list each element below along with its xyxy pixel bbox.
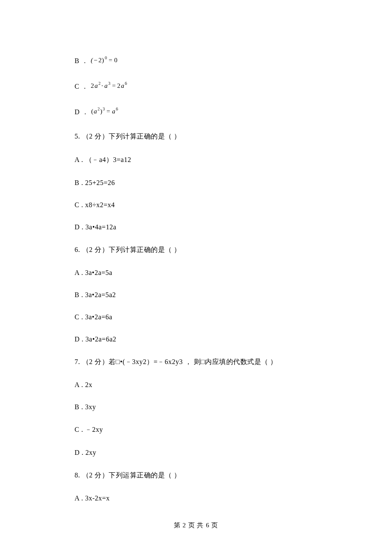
svg-text:=: = [107,108,110,115]
q7-option-d: D . 2xy [75,449,317,457]
q5-option-b: B . 25+25=26 [75,179,317,187]
svg-text:3: 3 [103,107,105,111]
option-b-prev: B ． ( − 2) 0 = 0 [75,55,317,66]
svg-text:=: = [109,57,112,64]
svg-text:(: ( [91,57,93,64]
expression-neg2-pow0: ( − 2) 0 = 0 [91,55,129,66]
q6-option-d: D . 3a•2a=6a2 [75,335,317,343]
q6-option-a: A . 3a•2a=5a [75,269,317,277]
q5-option-c: C . x8÷x2=x4 [75,201,317,209]
expression-a2-cubed: ( a 2 ) 3 = a 6 [91,107,134,118]
expression-2a2-a3: 2 a 2 · a 3 = 2 a 6 [91,81,142,92]
q7-option-b: B . 3xy [75,403,317,411]
svg-text:a: a [95,82,98,89]
svg-text:2: 2 [98,107,100,111]
svg-text:(: ( [91,108,94,115]
option-b-label: B ． [75,57,88,66]
svg-text:2: 2 [98,81,101,86]
svg-text:6: 6 [125,81,127,86]
option-d-prev: D ． ( a 2 ) 3 = a 6 [75,107,317,118]
q8-option-a: A . 3x-2x=x [75,494,317,502]
svg-text:=: = [112,82,116,89]
svg-text:0: 0 [114,57,118,64]
svg-text:6: 6 [116,107,118,111]
svg-text:): ) [100,108,103,115]
q6-stem: 6. （2 分）下列计算正确的是（ ） [75,246,317,254]
option-c-prev: C ． 2 a 2 · a 3 = 2 a 6 [75,81,317,92]
q5-option-a: A . （﹣a4）3=a12 [75,156,317,165]
option-d-label: D ． [75,108,89,117]
option-c-label: C ． [75,82,88,91]
q7-option-a: A . 2x [75,381,317,389]
svg-text:a: a [94,108,97,115]
svg-text:·: · [101,82,103,89]
q5-stem: 5. （2 分）下列计算正确的是（ ） [75,132,317,141]
page-footer: 第 2 页 共 6 页 [0,521,392,529]
svg-text:a: a [121,82,124,89]
svg-text:0: 0 [105,55,107,60]
q5-option-d: D . 3a•4a=12a [75,223,317,231]
svg-text:2): 2) [98,57,104,64]
svg-text:3: 3 [108,81,111,86]
page-content: B ． ( − 2) 0 = 0 C ． 2 a 2 · a 3 = 2 [0,0,392,502]
q8-stem: 8. （2 分）下列运算正确的是（ ） [75,471,317,480]
q7-stem: 7. （2 分）若□•(﹣3xy2）=﹣6x2y3 ， 则□内应填的代数式是（ … [75,358,317,367]
svg-text:−: − [94,57,98,64]
svg-text:2: 2 [117,82,121,89]
q7-option-c: C . ﹣2xy [75,425,317,434]
svg-text:2: 2 [91,82,94,89]
q6-option-c: C . 3a•2a=6a [75,313,317,321]
svg-text:a: a [104,82,108,89]
q6-option-b: B . 3a•2a=5a2 [75,291,317,299]
svg-text:a: a [112,108,115,115]
